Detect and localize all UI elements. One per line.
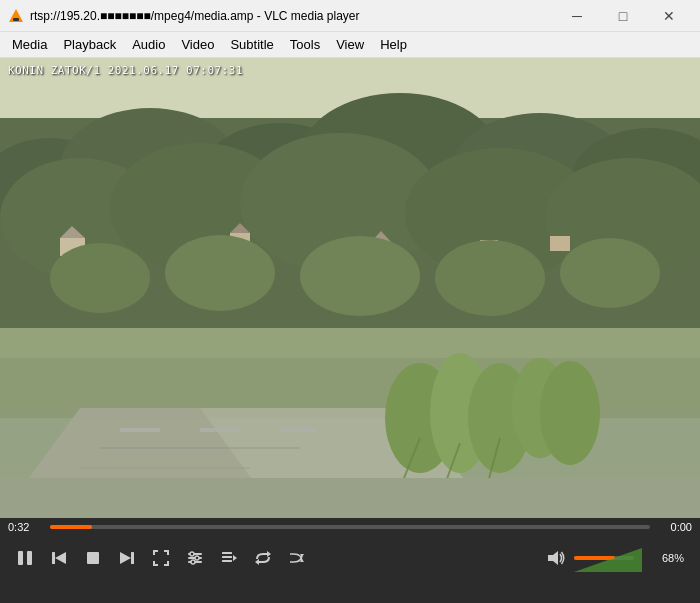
next-button[interactable] [110,541,144,575]
menu-item-media[interactable]: Media [4,34,55,55]
svg-marker-75 [574,548,642,572]
vlc-icon [8,8,24,24]
menu-item-subtitle[interactable]: Subtitle [222,34,281,55]
maximize-button[interactable]: □ [600,0,646,32]
volume-area: 68% [542,544,692,572]
stop-button[interactable] [76,541,110,575]
fullscreen-button[interactable] [144,541,178,575]
menu-item-video[interactable]: Video [173,34,222,55]
svg-rect-52 [27,551,32,565]
time-elapsed: 0:32 [8,521,44,533]
menu-item-view[interactable]: View [328,34,372,55]
svg-point-61 [190,552,194,556]
playlist-button[interactable] [212,541,246,575]
video-area[interactable]: KONIN ZATOK/1 2021.06.17 07:07:31 [0,58,700,518]
titlebar: rtsp://195.20.■■■■■■■/mpeg4/media.amp - … [0,0,700,32]
svg-rect-50 [0,58,700,518]
play-pause-button[interactable] [8,541,42,575]
video-frame [0,58,700,518]
svg-marker-74 [548,551,558,565]
close-button[interactable]: ✕ [646,0,692,32]
svg-rect-65 [222,556,232,558]
menu-item-tools[interactable]: Tools [282,34,328,55]
svg-point-62 [195,556,199,560]
menu-item-help[interactable]: Help [372,34,415,55]
svg-marker-54 [55,552,66,564]
svg-point-63 [191,560,195,564]
svg-marker-69 [255,559,259,565]
volume-button[interactable] [542,544,570,572]
extended-button[interactable] [178,541,212,575]
loop-button[interactable] [246,541,280,575]
controls-area: 0:32 0:00 [0,518,700,603]
prev-button[interactable] [42,541,76,575]
svg-rect-66 [222,560,232,562]
svg-marker-68 [267,551,271,557]
svg-rect-53 [52,552,55,564]
svg-rect-1 [13,18,19,21]
volume-fill [574,556,615,560]
svg-rect-51 [18,551,23,565]
svg-rect-55 [87,552,99,564]
window-title: rtsp://195.20.■■■■■■■/mpeg4/media.amp - … [30,9,554,23]
svg-marker-67 [233,555,237,561]
time-remaining: 0:00 [656,521,692,533]
svg-rect-56 [131,552,134,564]
progress-track[interactable] [50,525,650,529]
window-controls: ─ □ ✕ [554,0,692,32]
progress-bar-row: 0:32 0:00 [0,518,700,536]
playback-controls: 68% [0,536,700,580]
volume-percentage: 68% [662,552,692,564]
menu-item-audio[interactable]: Audio [124,34,173,55]
osd-overlay: KONIN ZATOK/1 2021.06.17 07:07:31 [8,64,243,77]
svg-rect-64 [222,552,232,554]
svg-marker-57 [120,552,131,564]
menu-item-playback[interactable]: Playback [55,34,124,55]
minimize-button[interactable]: ─ [554,0,600,32]
volume-slider[interactable] [574,556,634,560]
progress-fill [50,525,92,529]
random-button[interactable] [280,541,314,575]
menubar: MediaPlaybackAudioVideoSubtitleToolsView… [0,32,700,58]
